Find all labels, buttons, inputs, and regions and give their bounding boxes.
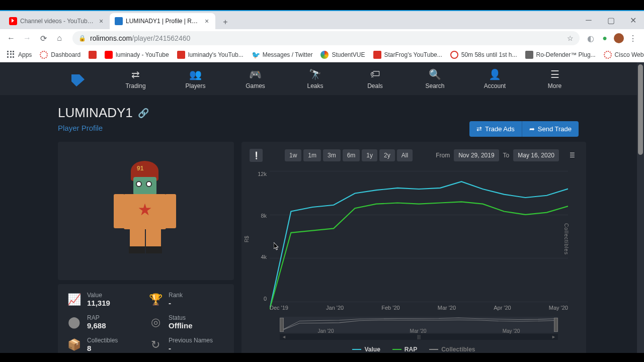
- y-tick: 4k: [251, 254, 267, 260]
- bookmark-favicon: [373, 51, 381, 59]
- bookmark-item[interactable]: StudentVUE: [317, 49, 368, 61]
- bookmark-item[interactable]: Cisco Webex: [601, 49, 644, 61]
- forward-button[interactable]: →: [20, 31, 34, 45]
- stat-rap: ⬤RAP9,688: [67, 314, 143, 330]
- site-logo[interactable]: [70, 72, 86, 87]
- tab-bar: Channel videos - YouTube Studio × LUMINA…: [0, 11, 644, 29]
- leaks-icon: 🔭: [309, 68, 321, 80]
- send-icon: ➦: [529, 125, 535, 133]
- account-icon: 👤: [489, 68, 501, 80]
- chart-area[interactable]: R$ Collectibles 12k8k4k0 Dec '19Jan '20F…: [270, 171, 568, 302]
- range-1m[interactable]: 1m: [303, 149, 321, 161]
- close-icon[interactable]: ×: [98, 18, 105, 25]
- range-6m[interactable]: 6m: [343, 149, 360, 161]
- signal-icon: ◎: [148, 315, 163, 329]
- x-tick: Mar '20: [438, 305, 456, 311]
- minimize-button[interactable]: ─: [578, 11, 600, 29]
- new-tab-button[interactable]: +: [218, 15, 232, 29]
- nav-item-search[interactable]: 🔍Search: [405, 68, 465, 89]
- bookmark-item[interactable]: 🐦Messages / Twitter: [249, 49, 316, 61]
- nav-item-players[interactable]: 👥Players: [166, 68, 225, 89]
- url-input[interactable]: 🔒 rolimons.com/player/241562460 ☆: [72, 31, 580, 45]
- nav-item-more[interactable]: ☰More: [525, 68, 585, 89]
- range-all[interactable]: All: [397, 149, 413, 161]
- scrollbar-thumb[interactable]: [638, 64, 643, 155]
- x-tick: Dec '19: [270, 305, 288, 311]
- swap-icon: ⇄: [476, 125, 482, 133]
- chart-navigator[interactable]: Jan '20Mar '20May '20: [280, 317, 558, 333]
- nav-tick: Mar '20: [410, 328, 427, 334]
- legend-rap[interactable]: RAP: [392, 346, 417, 353]
- y-tick: 0: [251, 296, 267, 302]
- range-3m[interactable]: 3m: [323, 149, 341, 161]
- coin-icon: ⬤: [67, 315, 81, 329]
- home-button[interactable]: ⌂: [52, 31, 66, 45]
- deals-icon: 🏷: [370, 68, 380, 80]
- page-content: ⇄Trading👥Players🎮Games🔭Leaks🏷Deals🔍Searc…: [0, 62, 644, 353]
- navigator-scrollbar[interactable]: ◄|||►: [280, 334, 558, 340]
- legend-value[interactable]: Value: [352, 346, 380, 353]
- y-axis-title: R$: [244, 236, 250, 242]
- chart-menu-button[interactable]: ☰: [566, 149, 578, 161]
- browser-tab-rolimons[interactable]: LUMINADY1 | Profile | Rolimon's ×: [110, 13, 215, 29]
- close-icon[interactable]: ×: [203, 18, 210, 25]
- url-path: /player/241562460: [132, 34, 190, 42]
- x-tick: Feb '20: [381, 305, 399, 311]
- profile-avatar-icon[interactable]: [614, 33, 624, 43]
- bookmark-item[interactable]: luminady's YouTub...: [174, 49, 247, 61]
- bookmark-item[interactable]: Dashboard: [37, 49, 84, 61]
- chart-icon: 📈: [67, 293, 81, 307]
- range-1y[interactable]: 1y: [362, 149, 377, 161]
- line-chart: [270, 171, 568, 309]
- link-icon[interactable]: 🔗: [138, 108, 149, 119]
- stats-panel: 📈Value11,319 🏆Rank- ⬤RAP9,688 ◎StatusOff…: [58, 284, 234, 353]
- legend-collectibles[interactable]: Collectibles: [429, 346, 475, 353]
- reload-button[interactable]: ⟳: [36, 31, 50, 45]
- bookmark-favicon: 🐦: [252, 51, 260, 59]
- nav-item-account[interactable]: 👤Account: [465, 68, 525, 89]
- send-trade-button[interactable]: ➦Send Trade: [522, 121, 579, 137]
- players-icon: 👥: [189, 68, 202, 80]
- bookmark-favicon: [105, 51, 113, 59]
- history-icon: ↻: [148, 338, 163, 352]
- bookmark-favicon: [89, 51, 97, 59]
- tab-title: Channel videos - YouTube Studio: [20, 18, 95, 25]
- nav-item-deals[interactable]: 🏷Deals: [345, 68, 405, 89]
- back-button[interactable]: ←: [4, 31, 18, 45]
- bookmark-item[interactable]: Ro-Defender™ Plug...: [522, 49, 599, 61]
- from-date-input[interactable]: Nov 29, 2019: [454, 149, 499, 161]
- from-label: From: [436, 152, 450, 159]
- range-1w[interactable]: 1w: [285, 149, 301, 161]
- extension-icon[interactable]: ●: [600, 33, 610, 43]
- close-window-button[interactable]: ✕: [622, 11, 644, 29]
- nav-item-games[interactable]: 🎮Games: [225, 68, 285, 89]
- star-icon[interactable]: ☆: [567, 34, 574, 42]
- bookmark-item[interactable]: [86, 49, 100, 61]
- chart-toolbar: ❕ 1w1m3m6m1y2yAll From Nov 29, 2019 To M…: [250, 149, 578, 162]
- range-2y[interactable]: 2y: [379, 149, 395, 161]
- box-icon: 📦: [67, 338, 81, 352]
- maximize-button[interactable]: ▢: [600, 11, 622, 29]
- nav-item-leaks[interactable]: 🔭Leaks: [285, 68, 345, 89]
- alert-button[interactable]: ❕: [250, 149, 263, 162]
- bookmark-item[interactable]: StarFrog's YouTube...: [370, 49, 445, 61]
- avatar-panel: 91: [58, 142, 234, 280]
- bookmark-favicon: [177, 51, 185, 59]
- to-date-input[interactable]: May 16, 2020: [513, 149, 559, 161]
- trade-ads-button[interactable]: ⇄Trade Ads: [469, 121, 522, 137]
- bookmark-item[interactable]: luminady - YouTube: [102, 49, 172, 61]
- menu-icon[interactable]: ⋮: [628, 33, 638, 43]
- window-controls: ─ ▢ ✕: [578, 11, 644, 29]
- stat-value: 📈Value11,319: [67, 292, 143, 307]
- browser-tab-youtube[interactable]: Channel videos - YouTube Studio ×: [4, 13, 110, 29]
- profile-header: LUMINADY1 🔗 Player Profile ⇄Trade Ads ➦S…: [0, 95, 644, 142]
- chart-legend: Value RAP Collectibles: [250, 346, 578, 353]
- stat-rank: 🏆Rank-: [148, 292, 225, 307]
- x-tick: Apr '20: [494, 305, 511, 311]
- apps-button[interactable]: Apps: [4, 49, 35, 61]
- more-icon: ☰: [550, 68, 559, 80]
- bookmark-item[interactable]: 50m 58s until 1st h...: [447, 49, 520, 61]
- scrollbar[interactable]: [637, 62, 644, 353]
- nav-item-trading[interactable]: ⇄Trading: [106, 68, 166, 89]
- extension-icon[interactable]: ◐: [586, 33, 596, 43]
